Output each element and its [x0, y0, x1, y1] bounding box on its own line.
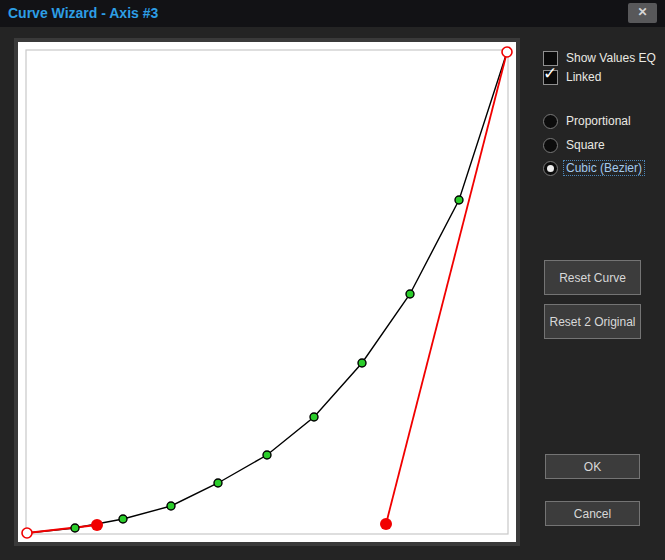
check-icon: ✓ [543, 63, 557, 84]
reset-2-original-button[interactable]: Reset 2 Original [544, 304, 641, 339]
curve-sample-point[interactable] [167, 502, 175, 510]
curve-sample-point[interactable] [71, 524, 79, 532]
radio-label: Cubic (Bezier) [563, 160, 645, 176]
curve-canvas-svg [18, 42, 516, 542]
radio-label: Square [566, 138, 605, 152]
radio-icon [543, 161, 558, 176]
close-icon: ✕ [628, 3, 657, 23]
radio-dot [547, 165, 554, 172]
radio-icon [543, 138, 558, 153]
control-handle-line-end [386, 52, 507, 524]
checkbox-linked[interactable]: ✓ Linked [543, 69, 601, 85]
checkbox-box: ✓ [543, 70, 558, 85]
control-handle-line-start [27, 525, 97, 533]
radio-icon [543, 114, 558, 129]
curve-sample-point[interactable] [119, 515, 127, 523]
curve-control-point[interactable] [91, 519, 103, 531]
radio-cubic-bezier[interactable]: Cubic (Bezier) [543, 160, 645, 176]
checkbox-label: Linked [566, 70, 601, 84]
curve-sample-point[interactable] [406, 290, 414, 298]
curve-control-point[interactable] [380, 518, 392, 530]
curve-sample-point[interactable] [214, 479, 222, 487]
curve-sample-point[interactable] [358, 359, 366, 367]
curve-endpoint[interactable] [22, 528, 32, 538]
radio-proportional[interactable]: Proportional [543, 113, 631, 129]
cancel-button[interactable]: Cancel [545, 501, 640, 526]
close-button[interactable]: ✕ [628, 3, 657, 23]
curve-path [27, 52, 507, 533]
reset-curve-button[interactable]: Reset Curve [544, 260, 641, 295]
curve-sample-point[interactable] [263, 451, 271, 459]
checkbox-show-values-eq[interactable]: ✓ Show Values EQ [543, 50, 656, 66]
titlebar[interactable]: Curve Wizard - Axis #3 ✕ [0, 0, 665, 27]
curve-wizard-dialog: Curve Wizard - Axis #3 ✕ ✓ Show Values E… [0, 0, 665, 560]
radio-square[interactable]: Square [543, 137, 605, 153]
window-title: Curve Wizard - Axis #3 [8, 0, 158, 27]
curve-sample-point[interactable] [455, 196, 463, 204]
curve-bounds [26, 50, 508, 534]
ok-button[interactable]: OK [545, 454, 640, 479]
curve-endpoint[interactable] [502, 47, 512, 57]
curve-sample-point[interactable] [310, 413, 318, 421]
curve-canvas[interactable] [14, 38, 520, 546]
checkbox-label: Show Values EQ [566, 51, 656, 65]
radio-label: Proportional [566, 114, 631, 128]
